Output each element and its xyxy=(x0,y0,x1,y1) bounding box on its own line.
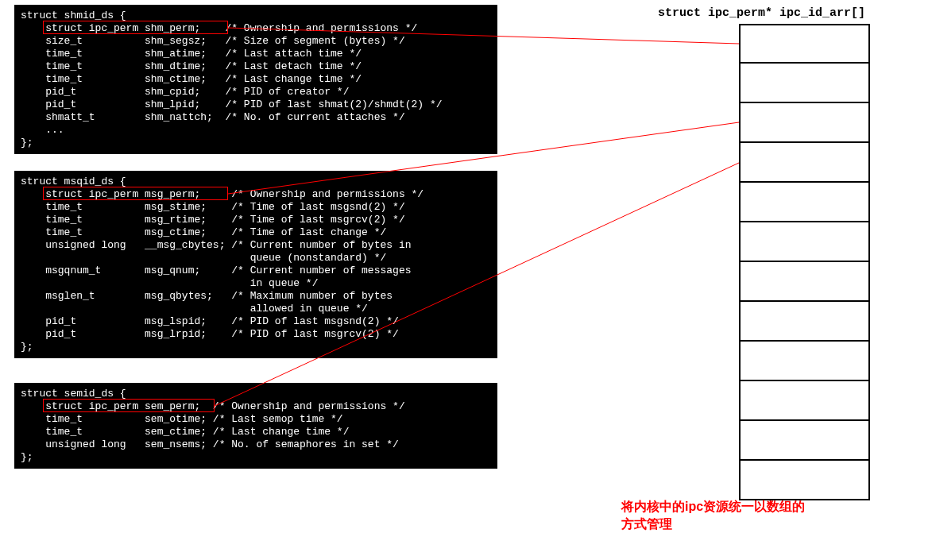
array-label: struct ipc_perm* ipc_id_arr[] xyxy=(658,6,865,20)
code-block-msqid-ds: struct msqid_ds { struct ipc_perm msg_pe… xyxy=(14,171,497,358)
array-cell-2 xyxy=(739,103,870,143)
caption-line2: 方式管理 xyxy=(621,517,672,531)
caption: 将内核中的ipc资源统一以数组的 方式管理 xyxy=(621,498,820,533)
array-grid xyxy=(739,24,870,500)
array-cell-0 xyxy=(739,24,870,64)
array-cell-4 xyxy=(739,183,870,222)
array-cell-8 xyxy=(739,342,870,381)
array-cell-7 xyxy=(739,302,870,342)
array-cell-1 xyxy=(739,64,870,103)
array-cell-3 xyxy=(739,143,870,183)
array-cell-11 xyxy=(739,461,870,500)
array-cell-6 xyxy=(739,262,870,302)
code-block-shmid-ds: struct shmid_ds { struct ipc_perm shm_pe… xyxy=(14,5,497,154)
array-cell-10 xyxy=(739,421,870,461)
caption-line1: 将内核中的ipc资源统一以数组的 xyxy=(621,500,805,513)
array-cell-9 xyxy=(739,381,870,421)
code-block-semid-ds: struct semid_ds { struct ipc_perm sem_pe… xyxy=(14,383,497,469)
array-cell-5 xyxy=(739,222,870,262)
